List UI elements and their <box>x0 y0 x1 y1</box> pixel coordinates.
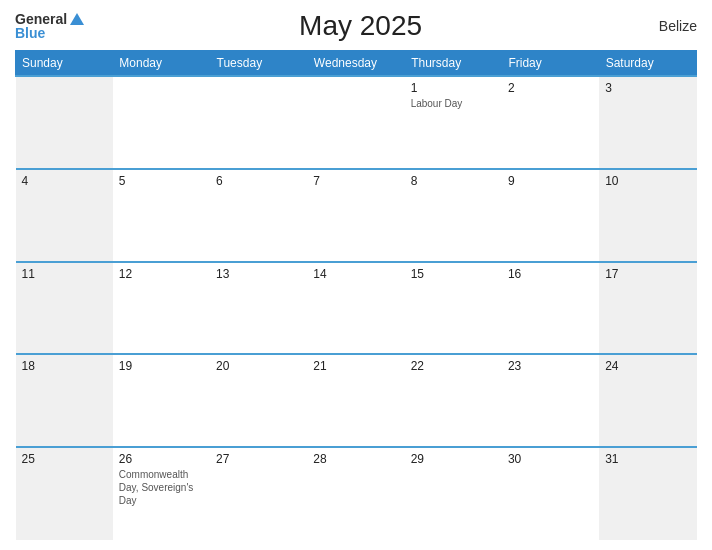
logo-general-text: General <box>15 12 67 26</box>
day-number: 4 <box>22 174 107 188</box>
calendar-cell-w0-d1 <box>113 76 210 169</box>
country-label: Belize <box>637 18 697 34</box>
day-number: 24 <box>605 359 690 373</box>
logo-triangle-icon <box>70 13 84 25</box>
day-number: 25 <box>22 452 107 466</box>
calendar-week-1: 45678910 <box>16 169 697 262</box>
day-number: 28 <box>313 452 398 466</box>
day-number: 29 <box>411 452 496 466</box>
calendar-cell-w2-d3: 14 <box>307 262 404 355</box>
header-friday: Friday <box>502 51 599 77</box>
calendar-week-0: 1Labour Day23 <box>16 76 697 169</box>
day-number: 12 <box>119 267 204 281</box>
day-number: 14 <box>313 267 398 281</box>
calendar-cell-w0-d5: 2 <box>502 76 599 169</box>
day-number: 31 <box>605 452 690 466</box>
calendar-cell-w4-d4: 29 <box>405 447 502 540</box>
header-thursday: Thursday <box>405 51 502 77</box>
calendar-cell-w1-d0: 4 <box>16 169 113 262</box>
calendar-cell-w1-d6: 10 <box>599 169 696 262</box>
day-number: 15 <box>411 267 496 281</box>
header-saturday: Saturday <box>599 51 696 77</box>
header-tuesday: Tuesday <box>210 51 307 77</box>
day-number: 30 <box>508 452 593 466</box>
day-number: 16 <box>508 267 593 281</box>
calendar-cell-w3-d4: 22 <box>405 354 502 447</box>
day-number: 8 <box>411 174 496 188</box>
calendar-cell-w4-d6: 31 <box>599 447 696 540</box>
calendar-cell-w1-d1: 5 <box>113 169 210 262</box>
day-number: 2 <box>508 81 593 95</box>
day-number: 13 <box>216 267 301 281</box>
day-number: 11 <box>22 267 107 281</box>
calendar-cell-w2-d6: 17 <box>599 262 696 355</box>
calendar-week-3: 18192021222324 <box>16 354 697 447</box>
calendar-cell-w0-d0 <box>16 76 113 169</box>
header-sunday: Sunday <box>16 51 113 77</box>
calendar-cell-w2-d5: 16 <box>502 262 599 355</box>
calendar-cell-w0-d4: 1Labour Day <box>405 76 502 169</box>
calendar-cell-w3-d1: 19 <box>113 354 210 447</box>
calendar-cell-w3-d0: 18 <box>16 354 113 447</box>
day-number: 10 <box>605 174 690 188</box>
day-number: 19 <box>119 359 204 373</box>
day-number: 20 <box>216 359 301 373</box>
calendar-page: General Blue May 2025 Belize Sunday Mond… <box>0 0 712 550</box>
header: General Blue May 2025 Belize <box>15 10 697 42</box>
header-wednesday: Wednesday <box>307 51 404 77</box>
day-number: 22 <box>411 359 496 373</box>
day-number: 26 <box>119 452 204 466</box>
calendar-week-4: 2526Commonwealth Day, Sovereign's Day272… <box>16 447 697 540</box>
calendar-cell-w2-d0: 11 <box>16 262 113 355</box>
day-number: 17 <box>605 267 690 281</box>
calendar-title: May 2025 <box>84 10 637 42</box>
logo-blue-text: Blue <box>15 26 45 40</box>
day-number: 27 <box>216 452 301 466</box>
calendar-table: Sunday Monday Tuesday Wednesday Thursday… <box>15 50 697 540</box>
calendar-cell-w0-d6: 3 <box>599 76 696 169</box>
calendar-cell-w4-d2: 27 <box>210 447 307 540</box>
day-number: 21 <box>313 359 398 373</box>
calendar-cell-w3-d3: 21 <box>307 354 404 447</box>
day-number: 5 <box>119 174 204 188</box>
calendar-cell-w0-d2 <box>210 76 307 169</box>
calendar-cell-w4-d0: 25 <box>16 447 113 540</box>
weekday-header-row: Sunday Monday Tuesday Wednesday Thursday… <box>16 51 697 77</box>
calendar-cell-w2-d2: 13 <box>210 262 307 355</box>
calendar-week-2: 11121314151617 <box>16 262 697 355</box>
day-number: 3 <box>605 81 690 95</box>
calendar-cell-w3-d5: 23 <box>502 354 599 447</box>
calendar-cell-w4-d5: 30 <box>502 447 599 540</box>
header-monday: Monday <box>113 51 210 77</box>
calendar-cell-w1-d4: 8 <box>405 169 502 262</box>
calendar-cell-w2-d4: 15 <box>405 262 502 355</box>
day-number: 1 <box>411 81 496 95</box>
logo: General Blue <box>15 12 84 40</box>
calendar-cell-w4-d3: 28 <box>307 447 404 540</box>
calendar-cell-w0-d3 <box>307 76 404 169</box>
calendar-cell-w1-d5: 9 <box>502 169 599 262</box>
calendar-cell-w3-d6: 24 <box>599 354 696 447</box>
day-number: 23 <box>508 359 593 373</box>
day-number: 18 <box>22 359 107 373</box>
day-number: 7 <box>313 174 398 188</box>
calendar-cell-w2-d1: 12 <box>113 262 210 355</box>
calendar-cell-w1-d2: 6 <box>210 169 307 262</box>
day-number: 6 <box>216 174 301 188</box>
holiday-label: Commonwealth Day, Sovereign's Day <box>119 468 204 507</box>
calendar-cell-w3-d2: 20 <box>210 354 307 447</box>
calendar-cell-w1-d3: 7 <box>307 169 404 262</box>
calendar-cell-w4-d1: 26Commonwealth Day, Sovereign's Day <box>113 447 210 540</box>
day-number: 9 <box>508 174 593 188</box>
holiday-label: Labour Day <box>411 97 496 110</box>
